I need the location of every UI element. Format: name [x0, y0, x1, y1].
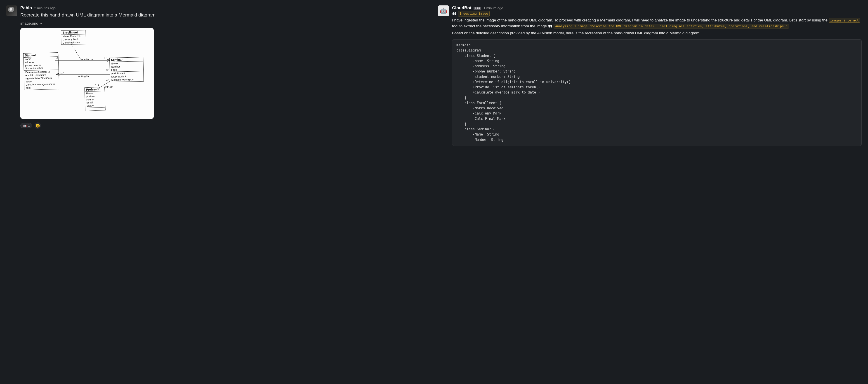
- uml-class-enrollment: Enrollment Marks Recieved Calc Any Mark …: [61, 30, 86, 45]
- chevron-down-icon: [40, 23, 42, 24]
- status-ingesting: 👀 Ingesting image: [452, 11, 490, 17]
- attachment-image[interactable]: Enrollment Marks Recieved Calc Any Mark …: [20, 28, 154, 119]
- app-badge: APP: [473, 7, 481, 10]
- para-text-b: tool to extract the necessary informatio…: [452, 24, 548, 28]
- author-name[interactable]: CloudBot: [452, 5, 471, 10]
- message-header: CloudBot APP 1 minute ago: [452, 5, 862, 10]
- eyes-icon: 👀: [452, 11, 457, 16]
- right-column: 🤖 CloudBot APP 1 minute ago 👀 Ingesting …: [434, 0, 868, 384]
- uml-class-attrs: Name Address Phone Email Salary: [85, 91, 105, 108]
- uml-class-seminar: Seminar Name Number Fees Add Student Dro…: [110, 57, 144, 82]
- bot-paragraph-2: Based on the detailed description provid…: [452, 30, 862, 36]
- message-body: Pablo 3 minutes ago Recreate this hand-d…: [20, 5, 428, 129]
- reaction-count: 1: [28, 124, 30, 127]
- para-text-a: I have ingested the image of the hand-dr…: [452, 18, 829, 22]
- left-column: Pablo 3 minutes ago Recreate this hand-d…: [0, 0, 434, 384]
- uml-class-attrs: Name Number Fees: [110, 61, 143, 72]
- code-block[interactable]: mermaid classDiagram class Student { -na…: [452, 39, 862, 146]
- robot-icon: 🤖: [440, 7, 447, 14]
- uml-mult-label: 0..*: [60, 72, 64, 74]
- uml-mult-label: a*: [106, 68, 108, 71]
- attachment-label: image.png: [20, 21, 38, 26]
- message-body: CloudBot APP 1 minute ago 👀 Ingesting im…: [452, 5, 862, 146]
- uml-class-student: Student name address phone number Studen…: [23, 53, 59, 90]
- robot-emoji-icon: 🤖: [23, 124, 27, 127]
- uml-class-professor: Professor Name Address Phone Email Salar…: [84, 87, 105, 111]
- uml-class-title: Enrollment: [61, 30, 86, 35]
- uml-class-empty: [85, 107, 105, 111]
- reactions-bar: 🤖 1 😊: [20, 122, 428, 129]
- message-timestamp[interactable]: 1 minute ago: [484, 6, 503, 10]
- uml-rel-label: instructs: [104, 86, 113, 88]
- smile-plus-icon: 😊: [35, 124, 40, 128]
- avatar[interactable]: [6, 5, 17, 16]
- message-header: Pablo 3 minutes ago: [20, 5, 428, 10]
- uml-mult-label: 1..*: [103, 57, 107, 60]
- add-reaction-button[interactable]: 😊: [35, 122, 41, 129]
- status-analyzing: Analyzing 1 image "Describe the UML diag…: [554, 24, 789, 28]
- bot-paragraph-1: I have ingested the image of the hand-dr…: [452, 18, 862, 29]
- status-label: Ingesting image: [458, 11, 490, 17]
- reaction-chip[interactable]: 🤖 1: [20, 123, 32, 128]
- uml-class-ops: Determine if eligible to enroll in Unive…: [24, 70, 59, 90]
- uml-mult-label: a*: [106, 79, 108, 82]
- uml-mult-label: 0..1: [95, 84, 99, 87]
- avatar[interactable]: 🤖: [438, 5, 449, 16]
- app-root: Pablo 3 minutes ago Recreate this hand-d…: [0, 0, 868, 384]
- eyes-icon: 👀: [548, 24, 553, 28]
- message-timestamp[interactable]: 3 minutes ago: [34, 6, 56, 10]
- bot-message: 🤖 CloudBot APP 1 minute ago 👀 Ingesting …: [438, 5, 862, 146]
- attachment-filename[interactable]: image.png: [20, 21, 428, 26]
- tool-name-code: images_interact: [829, 18, 860, 23]
- uml-mult-label: 0..*: [57, 57, 60, 60]
- uml-class-ops: Add Student Drop Student Maintain Waitin…: [110, 71, 144, 82]
- author-name[interactable]: Pablo: [20, 5, 32, 10]
- svg-line-0: [71, 44, 81, 60]
- uml-rel-label: enrolled in: [81, 58, 93, 61]
- uml-rel-label: waiting list: [78, 75, 90, 77]
- message-text: Recreate this hand-drawn UML diagram int…: [20, 12, 428, 18]
- user-message: Pablo 3 minutes ago Recreate this hand-d…: [6, 5, 428, 129]
- uml-class-attrs: Marks Recieved Calc Any Mark Calc Final …: [61, 34, 86, 44]
- uml-class-attrs: name address phone number Student number: [24, 57, 58, 71]
